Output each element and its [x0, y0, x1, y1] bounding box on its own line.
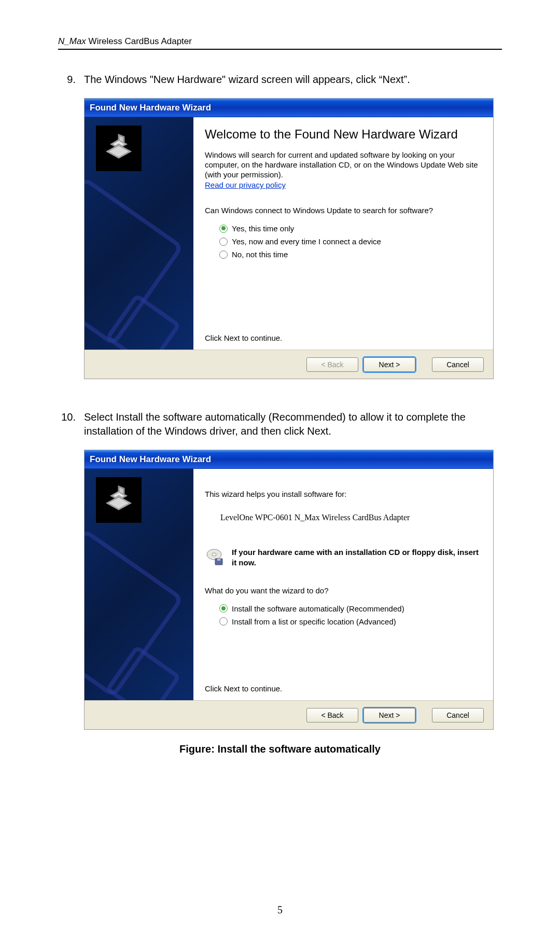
hardware-icon: [96, 126, 142, 171]
doc-header: N_Max Wireless CardBus Adapter: [58, 36, 502, 50]
wizard-body: This wizard helps you install software f…: [85, 469, 493, 700]
step-10: 10. Select Install the software automati…: [58, 410, 502, 438]
radio-icon: [219, 238, 228, 246]
step-number: 9.: [58, 73, 76, 87]
back-button[interactable]: < Back: [306, 708, 358, 722]
wizard-heading: Welcome to the Found New Hardware Wizard: [205, 127, 481, 142]
radio-option-auto[interactable]: Install the software automatically (Reco…: [219, 604, 481, 613]
radio-group: Install the software automatically (Reco…: [205, 604, 481, 626]
cd-note-row: If your hardware came with an installati…: [205, 547, 481, 569]
svg-point-1: [212, 553, 216, 556]
radio-group: Yes, this time only Yes, now and every t…: [205, 224, 481, 259]
continue-label: Click Next to continue.: [205, 684, 282, 693]
continue-label: Click Next to continue.: [205, 333, 282, 342]
step-text: Select Install the software automaticall…: [84, 410, 502, 438]
radio-label: Install the software automatically (Reco…: [232, 604, 404, 613]
radio-option-yes-once[interactable]: Yes, this time only: [219, 224, 481, 233]
wizard-body: Welcome to the Found New Hardware Wizard…: [85, 117, 493, 350]
wizard-sidebar: [85, 117, 193, 350]
radio-icon: [219, 604, 228, 613]
wizard-question: What do you want the wizard to do?: [205, 586, 481, 596]
hardware-icon: [96, 477, 142, 523]
step-text: The Windows "New Hardware" wizard screen…: [84, 73, 502, 87]
next-button[interactable]: Next >: [363, 708, 415, 722]
wizard-sidebar: [85, 469, 193, 700]
helps-text: This wizard helps you install software f…: [205, 490, 481, 498]
wizard-window-1: Found New Hardware Wizard Welcome to the…: [84, 98, 494, 379]
intro-text: Windows will search for current and upda…: [205, 150, 481, 179]
step-9: 9. The Windows "New Hardware" wizard scr…: [58, 73, 502, 87]
cancel-button[interactable]: Cancel: [432, 357, 484, 372]
next-button[interactable]: Next >: [363, 357, 415, 372]
product-name: Wireless CardBus Adapter: [86, 36, 192, 46]
wizard-window-2: Found New Hardware Wizard This wizard he…: [84, 450, 494, 730]
step-number: 10.: [58, 410, 76, 438]
cancel-button[interactable]: Cancel: [432, 708, 484, 722]
radio-option-advanced[interactable]: Install from a list or specific location…: [219, 617, 481, 626]
button-row: < Back Next > Cancel: [85, 350, 493, 379]
button-row: < Back Next > Cancel: [85, 700, 493, 729]
device-name: LevelOne WPC-0601 N_Max Wireless CardBus…: [205, 513, 481, 522]
svg-rect-3: [217, 559, 220, 561]
wizard-content: This wizard helps you install software f…: [193, 469, 493, 700]
titlebar: Found New Hardware Wizard: [85, 99, 493, 117]
page-number: 5: [0, 904, 560, 916]
radio-option-yes-always[interactable]: Yes, now and every time I connect a devi…: [219, 237, 481, 246]
radio-label: Install from a list or specific location…: [232, 617, 396, 626]
connect-question: Can Windows connect to Windows Update to…: [205, 206, 481, 216]
wizard-content: Welcome to the Found New Hardware Wizard…: [193, 117, 493, 350]
privacy-policy-link[interactable]: Read our privacy policy: [205, 180, 286, 189]
back-button: < Back: [306, 357, 358, 372]
titlebar: Found New Hardware Wizard: [85, 450, 493, 469]
radio-icon: [219, 251, 228, 259]
cd-icon: [205, 547, 226, 569]
window-title: Found New Hardware Wizard: [90, 103, 211, 113]
brand-name: N_Max: [58, 36, 86, 46]
cd-note-text: If your hardware came with an installati…: [232, 547, 481, 567]
window-title: Found New Hardware Wizard: [90, 454, 211, 465]
radio-icon: [219, 617, 228, 626]
radio-icon: [219, 225, 228, 233]
figure-caption: Figure: Install the software automatical…: [58, 743, 502, 755]
radio-option-no[interactable]: No, not this time: [219, 250, 481, 259]
radio-label: Yes, this time only: [232, 224, 294, 233]
radio-label: Yes, now and every time I connect a devi…: [232, 237, 381, 246]
radio-label: No, not this time: [232, 250, 288, 259]
